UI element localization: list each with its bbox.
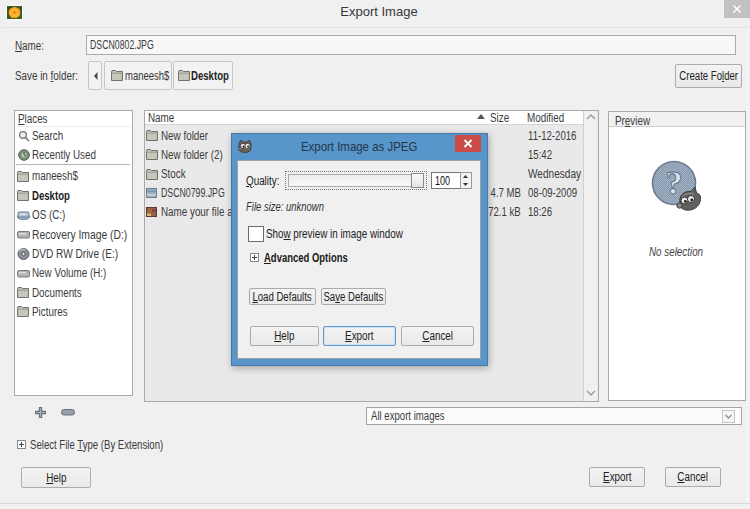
svg-text:?: ? [666, 164, 683, 201]
